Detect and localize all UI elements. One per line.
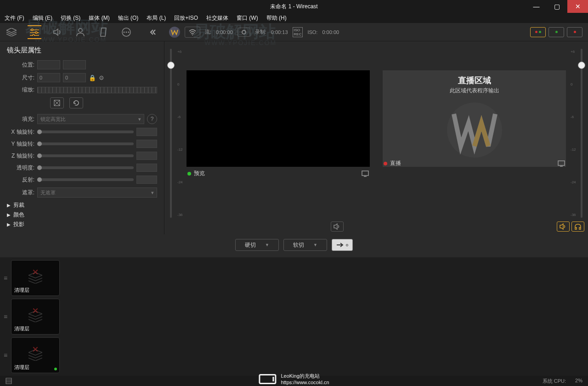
statusbar-icon[interactable]	[6, 378, 12, 384]
gear-icon[interactable]: ⚙	[99, 74, 104, 81]
live-label: 直播	[390, 159, 401, 167]
status-light-1[interactable]	[530, 27, 546, 37]
menu-social[interactable]: 社交媒体	[206, 14, 228, 22]
menu-window[interactable]: 窗口 (W)	[237, 14, 258, 22]
live-speaker-button[interactable]	[557, 221, 570, 232]
iso-label: ISO:	[307, 29, 317, 35]
size-w-input[interactable]	[37, 73, 60, 82]
layers-area: ≡ 清理层 ≡ 清理层 ≡ 清理层 ≡	[0, 257, 588, 386]
crop-section[interactable]: ▶剪裁	[7, 201, 157, 209]
fill-help-icon[interactable]: ?	[147, 114, 157, 124]
layer-handle[interactable]: ≡	[0, 299, 11, 335]
menu-edit[interactable]: 编辑 (E)	[33, 14, 52, 22]
zrot-value[interactable]	[136, 152, 157, 160]
mask-select[interactable]: 无遮罩▾	[37, 187, 157, 198]
opacity-label: 透明度:	[7, 164, 34, 172]
shot-clear-layer[interactable]: 清理层	[11, 299, 60, 335]
shadow-section[interactable]: ▶投影	[7, 221, 157, 228]
iso-time: 0:00:00	[322, 29, 339, 35]
svg-point-11	[124, 31, 125, 33]
xrot-value[interactable]	[136, 128, 157, 136]
position-x-input[interactable]	[37, 60, 60, 69]
audio-tab-icon[interactable]	[51, 25, 64, 39]
person-tab-icon[interactable]	[74, 25, 87, 39]
live-monitor[interactable]: 直播区域 此区域代表程序输出	[383, 70, 566, 167]
position-label: 位置:	[7, 61, 34, 69]
menu-file[interactable]: 文件 (F)	[5, 14, 24, 22]
menu-media[interactable]: 媒体 (M)	[89, 14, 109, 22]
stream-time: 0:00:00	[216, 29, 233, 35]
properties-panel: 镜头层属性 位置: 尺寸: 🔒 ⚙ 缩放: 填充: 锁定高宽比	[0, 41, 164, 234]
cut-button[interactable]: 硬切▼	[235, 239, 279, 251]
menu-replay-iso[interactable]: 回放+ISO	[174, 14, 198, 22]
wirecast-watermark-icon	[435, 100, 514, 160]
svg-point-9	[79, 28, 82, 32]
mask-label: 遮罩:	[7, 189, 34, 197]
yrot-value[interactable]	[136, 140, 157, 148]
preview-display-icon[interactable]	[362, 170, 369, 177]
live-area-title: 直播区域	[458, 75, 491, 86]
collapse-panel-icon[interactable]	[146, 25, 160, 39]
status-light-3[interactable]	[567, 27, 582, 37]
reset-scale-button[interactable]	[50, 97, 64, 108]
menu-help[interactable]: 帮助 (H)	[266, 14, 287, 22]
svg-point-6	[33, 34, 34, 36]
lock-icon[interactable]: 🔒	[89, 74, 96, 81]
menu-layout[interactable]: 布局 (L)	[147, 14, 166, 22]
fill-select[interactable]: 锁定高宽比▾	[37, 114, 144, 124]
position-y-input[interactable]	[63, 60, 86, 69]
stream-button[interactable]	[185, 27, 200, 38]
menu-switch[interactable]: 切换 (S)	[61, 14, 80, 22]
layer-handle[interactable]: ≡	[0, 260, 11, 296]
zrot-slider[interactable]	[37, 154, 134, 157]
layers-tab-icon[interactable]	[5, 25, 18, 39]
record-label: 录制:	[255, 28, 266, 35]
live-vu-meter[interactable]	[575, 45, 588, 231]
shot-live-indicator	[54, 368, 57, 370]
layer-handle[interactable]: ≡	[0, 337, 11, 373]
svg-point-0	[31, 29, 33, 31]
scale-label: 缩放:	[7, 86, 34, 94]
live-headphone-button[interactable]	[571, 221, 584, 232]
svg-point-3	[35, 32, 37, 34]
shot-label: 清理层	[14, 287, 29, 294]
opacity-slider[interactable]	[37, 166, 134, 169]
window-title: 未命名 1 - Wirecast	[270, 3, 317, 11]
shot-clear-layer[interactable]: 清理层	[11, 260, 60, 296]
preview-vu-meter[interactable]	[164, 45, 177, 231]
properties-tab-icon[interactable]	[28, 25, 41, 39]
panel-title: 镜头层属性	[7, 46, 157, 55]
maximize-button[interactable]: ▢	[547, 0, 567, 13]
go-button[interactable]	[332, 239, 353, 251]
preview-speaker-button[interactable]	[331, 221, 344, 232]
shot-clear-layer[interactable]: 清理层	[11, 337, 60, 373]
vu-scale-left: +60-6-12-24-36	[177, 45, 182, 231]
opacity-value[interactable]	[136, 164, 157, 172]
preview-monitor[interactable]	[187, 70, 370, 167]
minimize-button[interactable]: —	[526, 0, 547, 13]
record-button[interactable]	[237, 28, 250, 37]
more-tab-icon[interactable]	[119, 25, 133, 39]
shot-label: 清理层	[14, 325, 29, 332]
menu-output[interactable]: 输出 (O)	[118, 14, 139, 22]
xrot-slider[interactable]	[37, 131, 134, 133]
xrot-label: X 轴旋转:	[7, 128, 34, 136]
record-time: 0:00:13	[271, 29, 288, 35]
smooth-button[interactable]: 软切▼	[283, 239, 327, 251]
close-button[interactable]: ✕	[567, 0, 588, 13]
scale-slider[interactable]	[37, 87, 157, 93]
svg-point-13	[128, 31, 130, 33]
device-tab-icon[interactable]	[96, 25, 110, 39]
preview-status-dot	[187, 172, 191, 176]
live-display-icon[interactable]	[558, 160, 565, 167]
reflect-value[interactable]	[136, 176, 157, 184]
color-section[interactable]: ▶颜色	[7, 211, 157, 219]
iso-button[interactable]: ISOREC	[293, 27, 303, 37]
status-light-2[interactable]	[548, 27, 564, 37]
reset-rotation-button[interactable]	[69, 97, 83, 108]
reflect-slider[interactable]	[37, 178, 134, 181]
yrot-slider[interactable]	[37, 142, 134, 145]
size-h-input[interactable]	[63, 73, 86, 82]
stream-label: 流:	[205, 28, 211, 35]
record-icon	[242, 30, 246, 34]
